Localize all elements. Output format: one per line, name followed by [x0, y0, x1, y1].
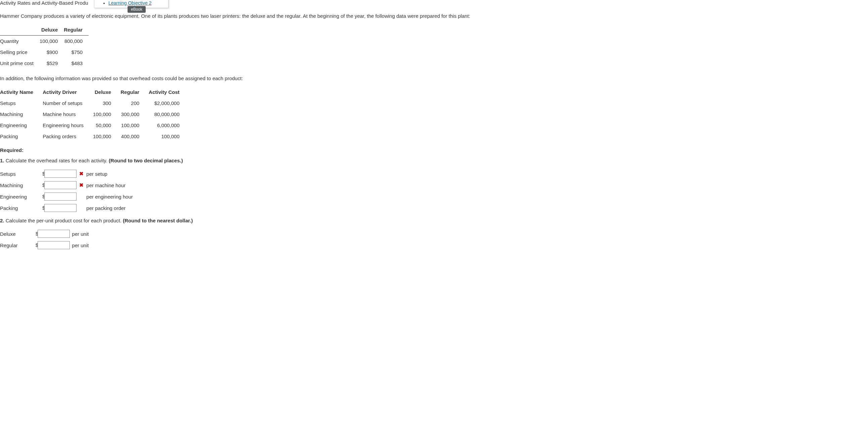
- intro-paragraph: Hammer Company produces a variety of ele…: [0, 12, 868, 20]
- answer-row: Engineering $ per engineering hour: [0, 191, 135, 202]
- cell-value: 100,000: [40, 36, 64, 47]
- cell-activity-driver: Packing orders: [43, 131, 93, 142]
- cell-value: $483: [64, 58, 89, 69]
- engineering-rate-input[interactable]: [44, 193, 76, 201]
- setups-rate-input[interactable]: [44, 170, 76, 178]
- answer-label: Engineering: [0, 191, 42, 202]
- cell-value: $750: [64, 46, 89, 58]
- learning-objective-2-link[interactable]: Learning Objective 2: [108, 0, 151, 6]
- table-row: Packing Packing orders 100,000 400,000 1…: [0, 131, 189, 142]
- answer-row: Regular $ per unit: [0, 239, 91, 251]
- answer-suffix: per unit: [72, 239, 91, 251]
- table-row: Machining Machine hours 100,000 300,000 …: [0, 109, 189, 120]
- table-row: Unit prime cost $529 $483: [0, 58, 89, 69]
- table-row: Setups Number of setups 300 200 $2,000,0…: [0, 98, 189, 109]
- q1-answer-table: Setups $ ✖ per setup Machining $ ✖ per m…: [0, 168, 135, 214]
- answer-label: Regular: [0, 239, 36, 251]
- q1-text: Calculate the overhead rates for each ac…: [6, 158, 109, 163]
- cell-activity-driver: Engineering hours: [43, 120, 93, 131]
- answer-suffix: per packing order: [86, 202, 134, 214]
- col-activity-cost: Activity Cost: [149, 87, 189, 98]
- cell-value: $2,000,000: [149, 98, 189, 109]
- col-blank: [0, 24, 40, 36]
- row-label: Unit prime cost: [0, 58, 40, 69]
- cell-activity-name: Machining: [0, 109, 43, 120]
- answer-row: Setups $ ✖ per setup: [0, 168, 135, 179]
- wrong-x-icon: ✖: [79, 182, 84, 188]
- cell-activity-name: Setups: [0, 98, 43, 109]
- answer-suffix: per machine hour: [86, 179, 134, 191]
- table-row: Quantity 100,000 800,000: [0, 36, 89, 47]
- answer-suffix: per engineering hour: [86, 191, 134, 202]
- wrong-x-icon: ✖: [79, 171, 84, 176]
- cell-value: $900: [40, 46, 64, 58]
- cell-value: 200: [121, 98, 149, 109]
- required-heading: Required:: [0, 147, 868, 153]
- cell-value: 100,000: [93, 131, 121, 142]
- cell-value: 300,000: [121, 109, 149, 120]
- answer-suffix: per unit: [72, 228, 91, 239]
- para-overhead-intro: In addition, the following information w…: [0, 75, 868, 82]
- packing-rate-input[interactable]: [44, 204, 76, 212]
- cell-value: 50,000: [93, 120, 121, 131]
- col-activity-name: Activity Name: [0, 87, 43, 98]
- row-label: Quantity: [0, 36, 40, 47]
- cell-value: $529: [40, 58, 64, 69]
- answer-suffix: per setup: [86, 168, 134, 179]
- table-row: Engineering Engineering hours 50,000 100…: [0, 120, 189, 131]
- activity-cost-table: Activity Name Activity Driver Deluxe Reg…: [0, 87, 189, 142]
- col-deluxe: Deluxe: [93, 87, 121, 98]
- row-label: Selling price: [0, 46, 40, 58]
- answer-label: Packing: [0, 202, 42, 214]
- q2-number: 2.: [0, 218, 4, 223]
- cell-activity-name: Engineering: [0, 120, 43, 131]
- page-title-fragment: Activity Rates and Activity-Based Produ: [0, 0, 88, 6]
- answer-label: Machining: [0, 179, 42, 191]
- q1-number: 1.: [0, 158, 4, 163]
- col-regular: Regular: [121, 87, 149, 98]
- answer-row: Deluxe $ per unit: [0, 228, 91, 239]
- q2-hint: (Round to the nearest dollar.): [123, 218, 193, 223]
- answer-label: Setups: [0, 168, 42, 179]
- machining-rate-input[interactable]: [44, 181, 76, 189]
- col-activity-driver: Activity Driver: [43, 87, 93, 98]
- answer-label: Deluxe: [0, 228, 36, 239]
- cell-value: 400,000: [121, 131, 149, 142]
- col-deluxe: Deluxe: [40, 24, 64, 36]
- cell-value: 80,000,000: [149, 109, 189, 120]
- cell-activity-name: Packing: [0, 131, 43, 142]
- cell-value: 800,000: [64, 36, 89, 47]
- col-regular: Regular: [64, 24, 89, 36]
- q2-text: Calculate the per-unit product cost for …: [6, 218, 123, 223]
- cell-value: 100,000: [121, 120, 149, 131]
- cell-value: 100,000: [149, 131, 189, 142]
- q1-hint: (Round to two decimal places.): [109, 158, 183, 163]
- regular-unit-cost-input[interactable]: [38, 241, 70, 249]
- deluxe-unit-cost-input[interactable]: [38, 230, 70, 238]
- cell-activity-driver: Number of setups: [43, 98, 93, 109]
- question-1: 1. Calculate the overhead rates for each…: [0, 158, 868, 163]
- answer-row: Machining $ ✖ per machine hour: [0, 179, 135, 191]
- table-row: Selling price $900 $750: [0, 46, 89, 58]
- product-data-table: Deluxe Regular Quantity 100,000 800,000 …: [0, 24, 89, 69]
- cell-activity-driver: Machine hours: [43, 109, 93, 120]
- ebook-tooltip: eBook: [128, 6, 146, 13]
- cell-value: 300: [93, 98, 121, 109]
- answer-row: Packing $ per packing order: [0, 202, 135, 214]
- question-2: 2. Calculate the per-unit product cost f…: [0, 218, 868, 223]
- cell-value: 100,000: [93, 109, 121, 120]
- q2-answer-table: Deluxe $ per unit Regular $ per unit: [0, 228, 91, 251]
- cell-value: 6,000,000: [149, 120, 189, 131]
